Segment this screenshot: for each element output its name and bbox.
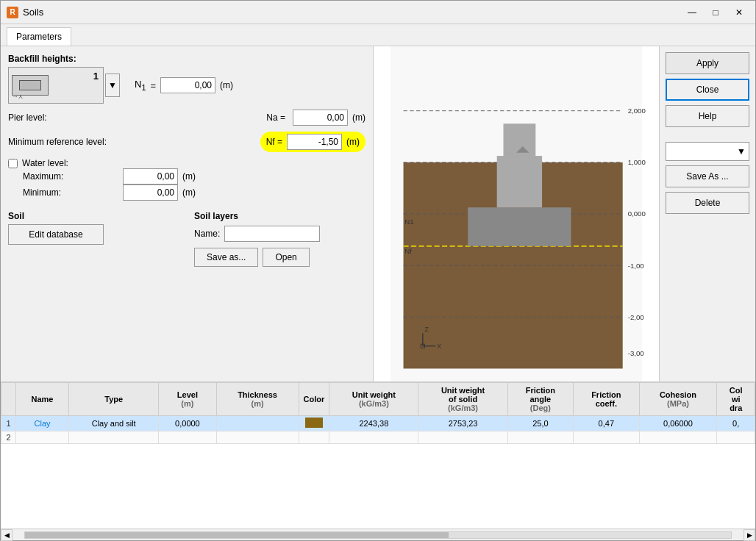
col-color[interactable]: Color bbox=[299, 383, 329, 416]
na-input[interactable] bbox=[293, 110, 348, 126]
col-name[interactable]: Name bbox=[16, 383, 69, 416]
scrollbar-track[interactable] bbox=[24, 531, 732, 539]
cell-unit-weight-1[interactable]: 2243,38 bbox=[329, 416, 418, 431]
cell-color-2 bbox=[299, 431, 329, 444]
n1-label: N1 bbox=[135, 79, 146, 92]
cell-name-2[interactable] bbox=[16, 431, 69, 444]
water-min-unit: (m) bbox=[182, 187, 196, 198]
tabs-bar: Parameters bbox=[1, 24, 755, 46]
cell-thickness-1[interactable] bbox=[216, 416, 299, 431]
cell-unit-weight-solid-2[interactable] bbox=[418, 431, 507, 444]
cell-level-2[interactable] bbox=[159, 431, 216, 444]
cell-friction-coeff-1[interactable]: 0,47 bbox=[574, 416, 639, 431]
close-button[interactable]: ✕ bbox=[729, 5, 749, 20]
apply-button[interactable]: Apply bbox=[666, 52, 749, 74]
diagram-inner bbox=[12, 75, 49, 96]
cell-unit-weight-2[interactable] bbox=[329, 431, 418, 444]
soil-diagram: ↑Y →X 1 bbox=[8, 67, 104, 104]
pier-level-label: Pier level: bbox=[8, 112, 104, 123]
scrollbar: ◀ ▶ bbox=[1, 529, 755, 540]
cell-type-2[interactable] bbox=[69, 431, 159, 444]
svg-text:-2,00: -2,00 bbox=[628, 313, 644, 321]
svg-text:2,000: 2,000 bbox=[628, 107, 646, 115]
main-window: R Soils — □ ✕ Parameters Backfill height… bbox=[0, 0, 756, 541]
row-num-2: 2 bbox=[1, 431, 16, 444]
col-level[interactable]: Level(m) bbox=[159, 383, 216, 416]
svg-rect-8 bbox=[468, 207, 571, 246]
cell-name-1[interactable]: Clay bbox=[16, 416, 69, 431]
soil-layers-title: Soil layers bbox=[194, 211, 365, 221]
soil-label: Soil bbox=[8, 211, 179, 221]
open-button[interactable]: Open bbox=[263, 248, 309, 267]
nf-highlight-wrap: Nf = (m) bbox=[260, 132, 365, 152]
water-max-input[interactable] bbox=[123, 168, 178, 184]
cell-friction-coeff-2[interactable] bbox=[574, 431, 639, 444]
cell-type-1[interactable]: Clay and silt bbox=[69, 416, 159, 431]
soil-name-input[interactable] bbox=[224, 226, 320, 242]
title-bar: R Soils — □ ✕ bbox=[1, 1, 755, 24]
col-unit-weight-solid[interactable]: Unit weightof solid(kG/m3) bbox=[418, 383, 507, 416]
delete-button[interactable]: Delete bbox=[666, 192, 749, 214]
table-row[interactable]: 2 bbox=[1, 431, 755, 444]
visualization-panel: 2,000 1,000 0,000 -1,00 -2,00 -3,00 N1 N… bbox=[373, 46, 660, 381]
svg-rect-10 bbox=[503, 123, 535, 159]
col-type[interactable]: Type bbox=[69, 383, 159, 416]
table-row[interactable]: 1 Clay Clay and silt 0,0000 2243,38 2753… bbox=[1, 416, 755, 431]
col-unit-weight[interactable]: Unit weight(kG/m3) bbox=[329, 383, 418, 416]
water-max-row: Maximum: (m) bbox=[23, 168, 365, 184]
window-title: Soils bbox=[23, 7, 682, 18]
col-cohesion[interactable]: Cohesion(MPa) bbox=[639, 383, 717, 416]
row-num-1: 1 bbox=[1, 416, 16, 431]
water-min-input[interactable] bbox=[123, 184, 178, 201]
edit-database-button[interactable]: Edit database bbox=[8, 224, 104, 245]
scrollbar-thumb bbox=[25, 532, 449, 538]
maximize-button[interactable]: □ bbox=[705, 5, 726, 20]
cell-unit-weight-solid-1[interactable]: 2753,23 bbox=[418, 416, 507, 431]
scroll-left[interactable]: ◀ bbox=[1, 529, 13, 541]
right-buttons-panel: Apply Close Help ▼ Save As ... Delete bbox=[660, 46, 755, 381]
min-ref-level-row: Minimum reference level: Nf = (m) bbox=[8, 132, 365, 152]
soil-name-label: Name: bbox=[194, 229, 220, 239]
na-label: Na = bbox=[266, 112, 285, 123]
n1-row: N1 = (m) bbox=[135, 77, 233, 93]
cell-cohesion-1[interactable]: 0,06000 bbox=[639, 416, 717, 431]
svg-text:0,000: 0,000 bbox=[628, 210, 646, 218]
svg-text:Nf: Nf bbox=[404, 247, 412, 255]
col-friction-angle[interactable]: Frictionangle(Deg) bbox=[507, 383, 573, 416]
soil-table-container: Name Type Level(m) Thickness(m) Color Un… bbox=[1, 381, 755, 529]
svg-text:-3,00: -3,00 bbox=[628, 349, 644, 357]
soil-table: Name Type Level(m) Thickness(m) Color Un… bbox=[1, 382, 755, 444]
cell-col-wi-dra-2[interactable] bbox=[717, 431, 755, 444]
close-button[interactable]: Close bbox=[666, 79, 749, 101]
save-as-button[interactable]: Save As ... bbox=[666, 165, 749, 187]
cell-thickness-2[interactable] bbox=[216, 431, 299, 444]
diagram-dropdown[interactable]: ▼ bbox=[105, 74, 120, 97]
col-friction-coeff[interactable]: Frictioncoeff. bbox=[574, 383, 639, 416]
nf-input[interactable] bbox=[287, 134, 342, 150]
minimize-button[interactable]: — bbox=[682, 5, 702, 20]
backfill-row: ↑Y →X 1 ▼ N1 = bbox=[8, 67, 365, 104]
cell-friction-angle-2[interactable] bbox=[507, 431, 573, 444]
water-level-checkbox[interactable] bbox=[8, 159, 18, 168]
left-panel: Backfill heights: ↑Y →X 1 bbox=[1, 46, 373, 381]
na-unit: (m) bbox=[352, 112, 365, 123]
cell-level-1[interactable]: 0,0000 bbox=[159, 416, 216, 431]
water-max-unit: (m) bbox=[182, 171, 196, 182]
cell-color-1 bbox=[299, 416, 329, 431]
min-ref-label: Minimum reference level: bbox=[8, 137, 107, 147]
cell-cohesion-2[interactable] bbox=[639, 431, 717, 444]
cell-col-wi-dra-1[interactable]: 0, bbox=[717, 416, 755, 431]
scroll-right[interactable]: ▶ bbox=[743, 529, 755, 541]
save-as-button[interactable]: Save as... bbox=[194, 248, 258, 267]
tab-parameters[interactable]: Parameters bbox=[7, 27, 71, 46]
soil-btn-row: Save as... Open bbox=[194, 248, 365, 267]
help-button[interactable]: Help bbox=[666, 105, 749, 127]
n1-input[interactable] bbox=[160, 77, 215, 93]
col-thickness[interactable]: Thickness(m) bbox=[216, 383, 299, 416]
profile-dropdown[interactable]: ▼ bbox=[666, 142, 749, 161]
cell-friction-angle-1[interactable]: 25,0 bbox=[507, 416, 573, 431]
visualization-svg: 2,000 1,000 0,000 -1,00 -2,00 -3,00 N1 N… bbox=[374, 46, 659, 381]
col-wi-dra[interactable]: Colwidra bbox=[717, 383, 755, 416]
water-level-row: Water level: bbox=[8, 158, 365, 168]
window-controls: — □ ✕ bbox=[682, 5, 749, 20]
